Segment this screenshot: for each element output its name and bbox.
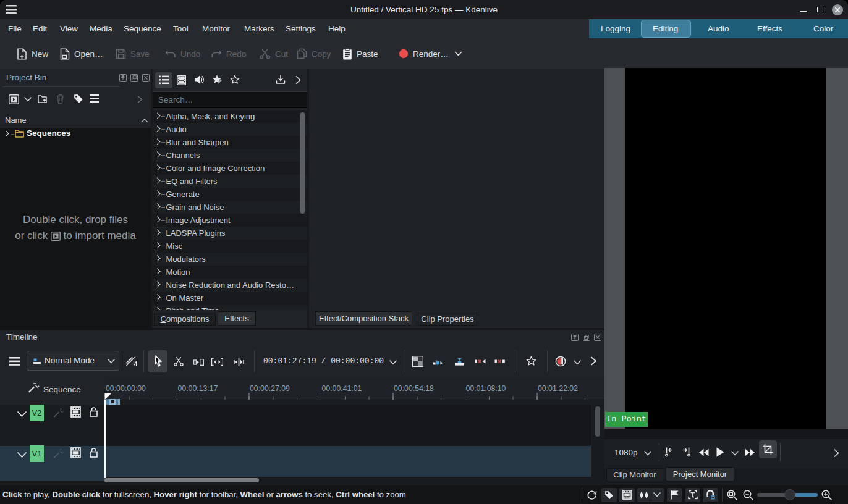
- svg-text:00:00:00:00: 00:00:00:00: [106, 384, 146, 393]
- svg-text:00:00:13:17: 00:00:13:17: [178, 384, 218, 393]
- svg-text:00:00:41:01: 00:00:41:01: [322, 384, 362, 393]
- svg-text:00:00:27:09: 00:00:27:09: [250, 384, 290, 393]
- svg-text:00:00:54:18: 00:00:54:18: [394, 384, 434, 393]
- svg-text:00:01:22:02: 00:01:22:02: [538, 384, 578, 393]
- svg-text:00:01:08:10: 00:01:08:10: [466, 384, 506, 393]
